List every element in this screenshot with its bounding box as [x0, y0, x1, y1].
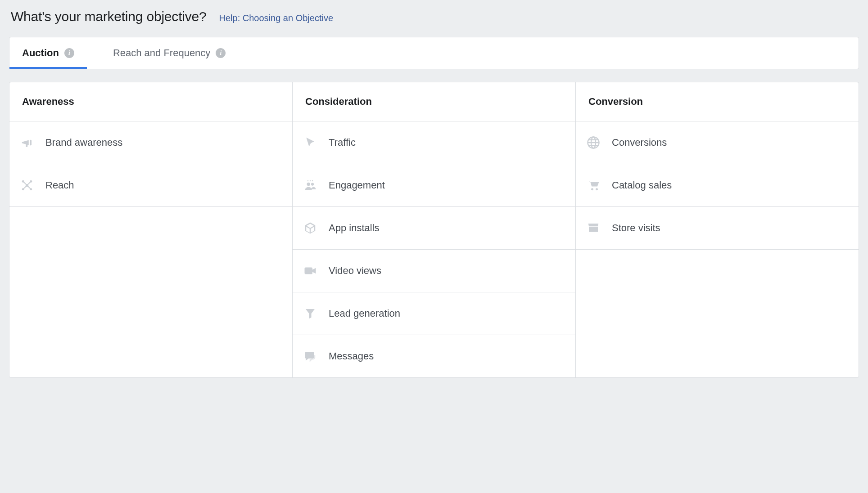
tab-auction[interactable]: Auction i — [9, 37, 87, 69]
cart-icon — [586, 178, 601, 193]
option-label: Video views — [329, 265, 381, 277]
option-conversions[interactable]: Conversions — [576, 121, 859, 164]
page-header: What's your marketing objective? Help: C… — [9, 9, 859, 24]
option-brand-awareness[interactable]: Brand awareness — [9, 121, 292, 164]
tab-label: Reach and Frequency — [113, 47, 210, 59]
megaphone-icon — [19, 135, 35, 150]
option-reach[interactable]: Reach — [9, 164, 292, 207]
tab-reach-frequency[interactable]: Reach and Frequency i — [100, 37, 238, 69]
cursor-icon — [303, 135, 318, 150]
svg-point-13 — [591, 188, 593, 190]
svg-point-5 — [307, 183, 311, 186]
column-header: Consideration — [293, 82, 575, 121]
network-icon — [19, 178, 35, 193]
column-header: Awareness — [9, 82, 292, 121]
column-conversion: Conversion Conversions Catalog sales Sto… — [576, 82, 859, 377]
chat-icon — [303, 349, 318, 364]
option-label: Messages — [329, 350, 374, 362]
info-icon[interactable]: i — [216, 48, 226, 58]
column-header: Conversion — [576, 82, 859, 121]
tabs-row: Auction i Reach and Frequency i — [9, 37, 859, 69]
option-label: Traffic — [329, 137, 356, 148]
option-engagement[interactable]: Engagement — [293, 164, 575, 207]
svg-point-14 — [596, 188, 598, 190]
tabs-panel: Auction i Reach and Frequency i — [9, 37, 859, 69]
option-lead-generation[interactable]: Lead generation — [293, 292, 575, 335]
option-label: Lead generation — [329, 308, 400, 319]
tab-label: Auction — [22, 47, 59, 59]
option-label: App installs — [329, 222, 380, 234]
svg-point-6 — [311, 183, 314, 185]
column-consideration: Consideration Traffic Engagement App ins… — [293, 82, 576, 377]
info-icon[interactable]: i — [64, 48, 74, 58]
page-title: What's your marketing objective? — [11, 9, 207, 24]
store-icon — [586, 220, 601, 236]
objectives-grid: Awareness Brand awareness Reach Consider… — [9, 82, 859, 378]
people-icon — [303, 178, 318, 193]
globe-icon — [586, 135, 601, 150]
option-traffic[interactable]: Traffic — [293, 121, 575, 164]
svg-rect-10 — [305, 268, 313, 274]
svg-point-9 — [312, 180, 313, 182]
option-label: Store visits — [612, 222, 660, 234]
help-link[interactable]: Help: Choosing an Objective — [219, 13, 333, 23]
option-messages[interactable]: Messages — [293, 335, 575, 377]
video-icon — [303, 263, 318, 278]
box-icon — [303, 220, 318, 236]
column-awareness: Awareness Brand awareness Reach — [9, 82, 293, 377]
option-catalog-sales[interactable]: Catalog sales — [576, 164, 859, 207]
svg-point-8 — [310, 180, 311, 182]
funnel-icon — [303, 306, 318, 321]
option-store-visits[interactable]: Store visits — [576, 207, 859, 250]
option-label: Conversions — [612, 137, 667, 148]
option-label: Reach — [45, 179, 74, 191]
svg-point-7 — [307, 180, 309, 182]
option-label: Engagement — [329, 179, 385, 191]
option-app-installs[interactable]: App installs — [293, 207, 575, 250]
option-video-views[interactable]: Video views — [293, 250, 575, 292]
option-label: Catalog sales — [612, 179, 672, 191]
option-label: Brand awareness — [45, 137, 122, 148]
